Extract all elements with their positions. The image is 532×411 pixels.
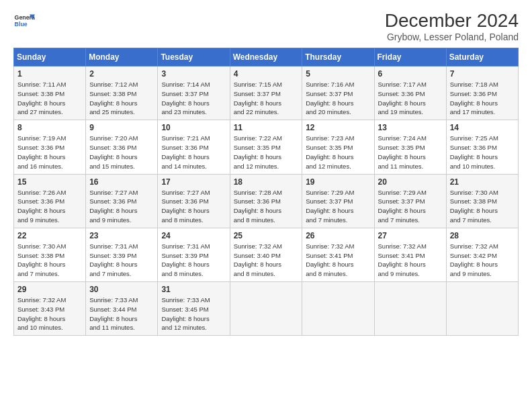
page: General Blue December 2024 Grybow, Lesse… (0, 0, 532, 411)
day-number: 31 (161, 285, 226, 294)
day-number: 11 (234, 123, 299, 132)
table-row: 19Sunrise: 7:29 AMSunset: 3:37 PMDayligh… (302, 174, 374, 228)
day-number: 24 (161, 231, 226, 240)
calendar-week-row: 29Sunrise: 7:32 AMSunset: 3:43 PMDayligh… (14, 282, 519, 336)
day-detail: Sunrise: 7:32 AMSunset: 3:41 PMDaylight:… (378, 242, 427, 277)
day-number: 13 (378, 123, 443, 132)
table-row: 24Sunrise: 7:31 AMSunset: 3:39 PMDayligh… (158, 228, 230, 281)
day-number: 16 (89, 177, 154, 187)
logo: General Blue (13, 10, 35, 32)
table-row: 29Sunrise: 7:32 AMSunset: 3:43 PMDayligh… (14, 282, 86, 336)
day-number: 8 (17, 123, 82, 132)
day-detail: Sunrise: 7:32 AMSunset: 3:40 PMDaylight:… (234, 242, 282, 277)
col-thursday: Thursday (302, 48, 374, 66)
table-row (302, 282, 374, 336)
day-number: 7 (450, 69, 515, 79)
table-row (230, 282, 302, 336)
col-friday: Friday (374, 48, 446, 66)
table-row: 15Sunrise: 7:26 AMSunset: 3:36 PMDayligh… (14, 174, 86, 228)
day-detail: Sunrise: 7:17 AMSunset: 3:36 PMDaylight:… (378, 81, 427, 116)
table-row: 20Sunrise: 7:29 AMSunset: 3:37 PMDayligh… (374, 174, 446, 228)
calendar-week-row: 22Sunrise: 7:30 AMSunset: 3:38 PMDayligh… (14, 228, 519, 281)
day-number: 22 (17, 231, 82, 240)
day-detail: Sunrise: 7:16 AMSunset: 3:37 PMDaylight:… (306, 81, 354, 116)
day-number: 28 (450, 231, 515, 240)
svg-text:Blue: Blue (15, 21, 28, 28)
table-row (446, 282, 518, 336)
day-number: 10 (161, 123, 226, 132)
table-row: 3Sunrise: 7:14 AMSunset: 3:37 PMDaylight… (158, 66, 230, 120)
day-number: 2 (89, 69, 154, 79)
table-row: 27Sunrise: 7:32 AMSunset: 3:41 PMDayligh… (374, 228, 446, 281)
day-number: 23 (89, 231, 154, 240)
day-detail: Sunrise: 7:30 AMSunset: 3:38 PMDaylight:… (450, 189, 498, 224)
table-row: 10Sunrise: 7:21 AMSunset: 3:36 PMDayligh… (158, 120, 230, 174)
day-detail: Sunrise: 7:23 AMSunset: 3:35 PMDaylight:… (306, 134, 354, 169)
day-number: 4 (234, 69, 299, 79)
day-detail: Sunrise: 7:26 AMSunset: 3:36 PMDaylight:… (17, 189, 66, 224)
calendar-table: Sunday Monday Tuesday Wednesday Thursday… (13, 48, 519, 336)
table-row: 25Sunrise: 7:32 AMSunset: 3:40 PMDayligh… (230, 228, 302, 281)
table-row: 8Sunrise: 7:19 AMSunset: 3:36 PMDaylight… (14, 120, 86, 174)
day-number: 12 (306, 123, 370, 132)
table-row: 11Sunrise: 7:22 AMSunset: 3:35 PMDayligh… (230, 120, 302, 174)
calendar-week-row: 15Sunrise: 7:26 AMSunset: 3:36 PMDayligh… (14, 174, 519, 228)
table-row: 4Sunrise: 7:15 AMSunset: 3:37 PMDaylight… (230, 66, 302, 120)
day-detail: Sunrise: 7:33 AMSunset: 3:44 PMDaylight:… (89, 296, 138, 331)
day-detail: Sunrise: 7:32 AMSunset: 3:41 PMDaylight:… (306, 242, 354, 277)
day-detail: Sunrise: 7:29 AMSunset: 3:37 PMDaylight:… (378, 189, 427, 224)
col-wednesday: Wednesday (230, 48, 302, 66)
day-number: 1 (17, 69, 82, 79)
day-number: 27 (378, 231, 443, 240)
col-saturday: Saturday (446, 48, 518, 66)
table-row (374, 282, 446, 336)
day-number: 14 (450, 123, 515, 132)
table-row: 2Sunrise: 7:12 AMSunset: 3:38 PMDaylight… (86, 66, 158, 120)
table-row: 21Sunrise: 7:30 AMSunset: 3:38 PMDayligh… (446, 174, 518, 228)
day-detail: Sunrise: 7:28 AMSunset: 3:36 PMDaylight:… (234, 189, 282, 224)
day-number: 25 (234, 231, 299, 240)
table-row: 17Sunrise: 7:27 AMSunset: 3:36 PMDayligh… (158, 174, 230, 228)
day-detail: Sunrise: 7:15 AMSunset: 3:37 PMDaylight:… (234, 81, 282, 116)
logo-icon: General Blue (13, 10, 35, 32)
header: General Blue December 2024 Grybow, Lesse… (13, 10, 519, 42)
day-detail: Sunrise: 7:12 AMSunset: 3:38 PMDaylight:… (89, 81, 138, 116)
day-number: 19 (306, 177, 370, 187)
col-sunday: Sunday (14, 48, 86, 66)
table-row: 18Sunrise: 7:28 AMSunset: 3:36 PMDayligh… (230, 174, 302, 228)
day-number: 17 (161, 177, 226, 187)
table-row: 1Sunrise: 7:11 AMSunset: 3:38 PMDaylight… (14, 66, 86, 120)
day-detail: Sunrise: 7:27 AMSunset: 3:36 PMDaylight:… (89, 189, 138, 224)
calendar-week-row: 1Sunrise: 7:11 AMSunset: 3:38 PMDaylight… (14, 66, 519, 120)
table-row: 30Sunrise: 7:33 AMSunset: 3:44 PMDayligh… (86, 282, 158, 336)
calendar-header-row: Sunday Monday Tuesday Wednesday Thursday… (14, 48, 519, 66)
day-number: 15 (17, 177, 82, 187)
day-number: 3 (161, 69, 226, 79)
table-row: 28Sunrise: 7:32 AMSunset: 3:42 PMDayligh… (446, 228, 518, 281)
table-row: 6Sunrise: 7:17 AMSunset: 3:36 PMDaylight… (374, 66, 446, 120)
table-row: 23Sunrise: 7:31 AMSunset: 3:39 PMDayligh… (86, 228, 158, 281)
table-row: 7Sunrise: 7:18 AMSunset: 3:36 PMDaylight… (446, 66, 518, 120)
day-detail: Sunrise: 7:25 AMSunset: 3:36 PMDaylight:… (450, 134, 498, 169)
table-row: 5Sunrise: 7:16 AMSunset: 3:37 PMDaylight… (302, 66, 374, 120)
page-subtitle: Grybow, Lesser Poland, Poland (385, 32, 519, 42)
table-row: 12Sunrise: 7:23 AMSunset: 3:35 PMDayligh… (302, 120, 374, 174)
day-number: 20 (378, 177, 443, 187)
table-row: 9Sunrise: 7:20 AMSunset: 3:36 PMDaylight… (86, 120, 158, 174)
day-number: 30 (89, 285, 154, 294)
day-detail: Sunrise: 7:32 AMSunset: 3:43 PMDaylight:… (17, 296, 66, 331)
day-number: 9 (89, 123, 154, 132)
day-number: 21 (450, 177, 515, 187)
table-row: 13Sunrise: 7:24 AMSunset: 3:35 PMDayligh… (374, 120, 446, 174)
table-row: 16Sunrise: 7:27 AMSunset: 3:36 PMDayligh… (86, 174, 158, 228)
table-row: 31Sunrise: 7:33 AMSunset: 3:45 PMDayligh… (158, 282, 230, 336)
day-detail: Sunrise: 7:19 AMSunset: 3:36 PMDaylight:… (17, 134, 66, 169)
day-detail: Sunrise: 7:18 AMSunset: 3:36 PMDaylight:… (450, 81, 498, 116)
day-detail: Sunrise: 7:31 AMSunset: 3:39 PMDaylight:… (89, 242, 138, 277)
day-detail: Sunrise: 7:21 AMSunset: 3:36 PMDaylight:… (161, 134, 210, 169)
day-number: 6 (378, 69, 443, 79)
table-row: 22Sunrise: 7:30 AMSunset: 3:38 PMDayligh… (14, 228, 86, 281)
day-number: 29 (17, 285, 82, 294)
calendar-week-row: 8Sunrise: 7:19 AMSunset: 3:36 PMDaylight… (14, 120, 519, 174)
day-detail: Sunrise: 7:14 AMSunset: 3:37 PMDaylight:… (161, 81, 210, 116)
